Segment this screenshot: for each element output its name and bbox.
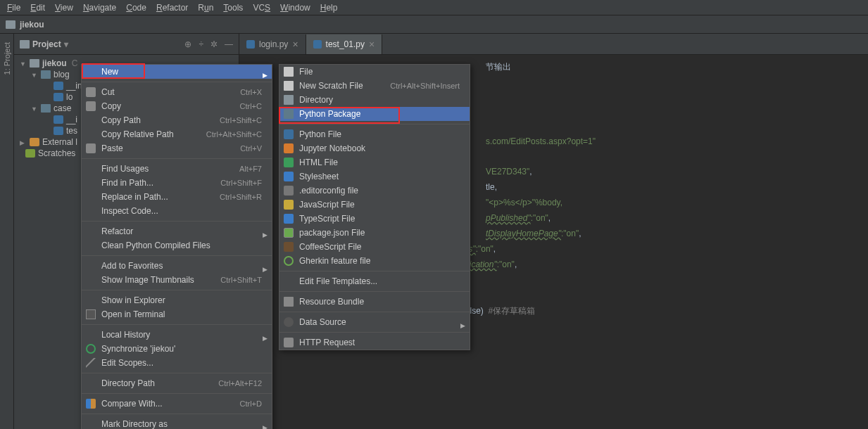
tab-login[interactable]: login.py× <box>239 34 306 54</box>
new-javascript[interactable]: JavaScript File <box>279 198 470 212</box>
breadcrumb-root[interactable]: jiekou <box>20 20 44 30</box>
new-edit-templates[interactable]: Edit File Templates... <box>279 274 470 288</box>
new-typescript[interactable]: TypeScript File <box>279 212 470 226</box>
menu-tools[interactable]: Tools <box>219 1 247 14</box>
new-submenu[interactable]: File New Scratch FileCtrl+Alt+Shift+Inse… <box>279 64 470 350</box>
new-scratch[interactable]: New Scratch FileCtrl+Alt+Shift+Insert <box>279 79 470 93</box>
new-packagejson[interactable]: package.json File <box>279 226 470 240</box>
tree-root[interactable]: jiekou <box>42 58 67 68</box>
menu-clean-pyc[interactable]: Clean Python Compiled Files <box>82 238 272 252</box>
new-python-package[interactable]: Python Package <box>279 107 470 121</box>
menu-synchronize[interactable]: Synchronize 'jiekou' <box>82 342 272 356</box>
menu-refactor[interactable]: Refactor <box>152 1 192 14</box>
menubar[interactable]: File Edit View Navigate Code Refactor Ru… <box>0 0 868 15</box>
menu-open-terminal[interactable]: Open in Terminal <box>82 307 272 321</box>
side-tab-strip[interactable]: 1: Project <box>0 34 14 429</box>
menu-refactor[interactable]: Refactor <box>82 224 272 238</box>
menu-add-favorites[interactable]: Add to Favorites <box>82 259 272 273</box>
menu-edit-scopes[interactable]: Edit Scopes... <box>82 356 272 370</box>
menu-window[interactable]: Window <box>276 1 315 14</box>
menu-local-history[interactable]: Local History <box>82 328 272 342</box>
menu-edit[interactable]: Edit <box>26 1 49 14</box>
close-icon[interactable]: × <box>292 39 298 50</box>
menu-copy[interactable]: CopyCtrl+C <box>82 99 272 113</box>
chevron-down-icon[interactable]: ▾ <box>64 39 68 49</box>
project-icon <box>20 40 30 49</box>
gear-icon[interactable]: ✲ <box>210 39 218 49</box>
menu-new[interactable]: New <box>82 65 272 79</box>
new-gherkin[interactable]: Gherkin feature file <box>279 254 470 268</box>
menu-directory-path[interactable]: Directory PathCtrl+Alt+F12 <box>82 376 272 390</box>
menu-navigate[interactable]: Navigate <box>79 1 120 14</box>
menu-copy-relative[interactable]: Copy Relative PathCtrl+Alt+Shift+C <box>82 127 272 141</box>
side-tab-project[interactable]: 1: Project <box>3 39 11 77</box>
menu-mark-directory[interactable]: Mark Directory as <box>82 417 272 429</box>
menu-paste[interactable]: PasteCtrl+V <box>82 141 272 155</box>
menu-inspect-code[interactable]: Inspect Code... <box>82 204 272 218</box>
menu-vcs[interactable]: VCS <box>249 1 275 14</box>
project-header: Project ▾ ⊕ ÷ ✲ — <box>14 34 239 55</box>
project-title[interactable]: Project <box>32 39 61 49</box>
tree-external[interactable]: External l <box>42 137 77 147</box>
menu-replace-in-path[interactable]: Replace in Path...Ctrl+Shift+R <box>82 190 272 204</box>
tree-case[interactable]: case <box>54 103 71 113</box>
new-directory[interactable]: Directory <box>279 93 470 107</box>
new-html[interactable]: HTML File <box>279 155 470 169</box>
menu-view[interactable]: View <box>51 1 77 14</box>
editor-tabs: login.py× test_01.py× <box>239 34 868 55</box>
new-data-source[interactable]: Data Source <box>279 315 470 329</box>
tree-item[interactable]: tes <box>66 126 77 136</box>
tree-scratches[interactable]: Scratches <box>38 148 75 158</box>
new-http-request[interactable]: HTTP Request <box>279 335 470 350</box>
close-icon[interactable]: × <box>369 39 375 50</box>
minimize-icon[interactable]: — <box>225 39 233 49</box>
breadcrumb: jiekou <box>0 15 868 34</box>
new-editorconfig[interactable]: .editorconfig file <box>279 184 470 198</box>
tree-item[interactable]: lo <box>66 92 73 102</box>
menu-find-usages[interactable]: Find UsagesAlt+F7 <box>82 162 272 176</box>
context-menu[interactable]: New CutCtrl+X CopyCtrl+C Copy PathCtrl+S… <box>81 64 272 429</box>
new-jupyter[interactable]: Jupyter Notebook <box>279 141 470 155</box>
menu-find-in-path[interactable]: Find in Path...Ctrl+Shift+F <box>82 176 272 190</box>
menu-compare-with[interactable]: Compare With...Ctrl+D <box>82 397 272 411</box>
menu-show-explorer[interactable]: Show in Explorer <box>82 293 272 307</box>
menu-cut[interactable]: CutCtrl+X <box>82 85 272 99</box>
tab-test01[interactable]: test_01.py× <box>306 34 383 54</box>
menu-file[interactable]: File <box>3 1 25 14</box>
tree-item[interactable]: __in <box>66 81 82 91</box>
menu-help[interactable]: Help <box>316 1 342 14</box>
new-coffeescript[interactable]: CoffeeScript File <box>279 240 470 254</box>
new-resource-bundle[interactable]: Resource Bundle <box>279 295 470 309</box>
new-python-file[interactable]: Python File <box>279 127 470 141</box>
folder-icon <box>6 20 15 29</box>
target-icon[interactable]: ⊕ <box>184 39 191 49</box>
new-stylesheet[interactable]: Stylesheet <box>279 169 470 184</box>
menu-run[interactable]: Run <box>194 1 218 14</box>
menu-code[interactable]: Code <box>122 1 151 14</box>
new-file[interactable]: File <box>279 65 470 79</box>
menu-thumbnails[interactable]: Show Image ThumbnailsCtrl+Shift+T <box>82 273 272 287</box>
menu-copy-path[interactable]: Copy PathCtrl+Shift+C <box>82 113 272 127</box>
tree-blog[interactable]: blog <box>54 70 70 79</box>
divider-icon[interactable]: ÷ <box>199 39 203 49</box>
tree-item[interactable]: __i <box>66 115 77 124</box>
